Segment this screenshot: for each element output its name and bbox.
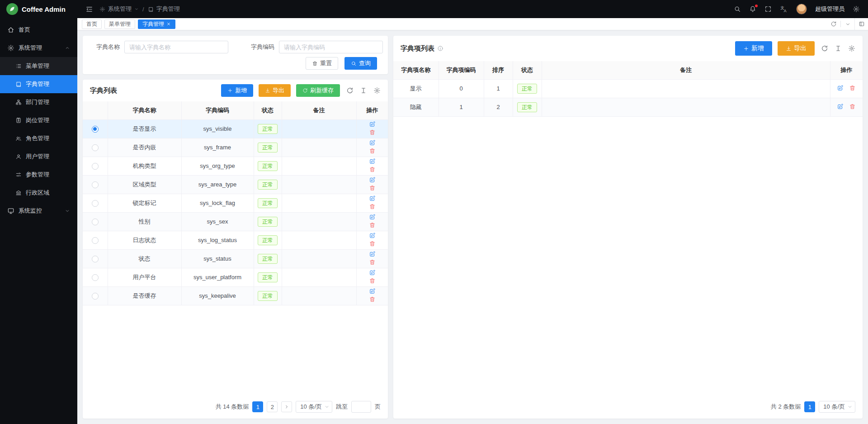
delete-icon[interactable] xyxy=(369,259,376,266)
table-row[interactable]: 用户平台 sys_user_platform 正常 xyxy=(83,268,388,286)
edit-icon[interactable] xyxy=(369,176,376,183)
settings-gear-icon[interactable] xyxy=(853,5,860,13)
table-row[interactable]: 锁定标记 sys_lock_flag 正常 xyxy=(83,194,388,212)
page-button-1[interactable]: 1 xyxy=(252,401,263,412)
delete-icon[interactable] xyxy=(849,103,856,110)
row-radio[interactable] xyxy=(92,274,99,281)
table-row[interactable]: 性别 sys_sex 正常 xyxy=(83,212,388,231)
dict-items-header: 字典项列表 新增 导出 xyxy=(393,36,863,61)
sidebar-item-monitor[interactable]: 系统监控 xyxy=(0,202,77,220)
dict-code-input[interactable] xyxy=(279,41,383,53)
row-radio[interactable] xyxy=(92,256,99,262)
row-radio[interactable] xyxy=(92,126,99,133)
reload-table-icon[interactable] xyxy=(346,87,354,94)
row-radio[interactable] xyxy=(92,163,99,170)
density-icon[interactable] xyxy=(835,45,842,52)
sidebar-item-param[interactable]: 参数管理 xyxy=(0,166,77,184)
sidebar-item-system[interactable]: 系统管理 xyxy=(0,39,77,57)
delete-icon[interactable] xyxy=(369,185,376,191)
refresh-cache-button[interactable]: 刷新缓存 xyxy=(296,84,340,97)
add-dict-item-button[interactable]: 新增 xyxy=(735,41,772,56)
delete-icon[interactable] xyxy=(849,85,856,91)
edit-icon[interactable] xyxy=(837,85,844,91)
row-radio[interactable] xyxy=(92,219,99,225)
tab-actions-chevron-icon[interactable] xyxy=(841,18,854,30)
sidebar-item-menu[interactable]: 菜单管理 xyxy=(0,57,77,75)
delete-icon[interactable] xyxy=(369,277,376,284)
avatar[interactable] xyxy=(796,4,807,14)
tab-menu-mgmt[interactable]: 菜单管理 xyxy=(104,19,135,29)
bell-icon[interactable] xyxy=(749,5,756,13)
delete-icon[interactable] xyxy=(369,148,376,154)
sidebar-item-dict[interactable]: 字典管理 xyxy=(0,75,77,93)
table-row[interactable]: 显示 0 1 正常 xyxy=(393,79,863,98)
translate-icon[interactable] xyxy=(780,5,788,13)
delete-icon[interactable] xyxy=(369,296,376,303)
sidebar-item-role[interactable]: 角色管理 xyxy=(0,129,77,148)
edit-icon[interactable] xyxy=(369,251,376,257)
table-settings-gear-icon[interactable] xyxy=(373,87,381,94)
add-dict-button[interactable]: 新增 xyxy=(221,84,253,97)
edit-icon[interactable] xyxy=(837,103,844,110)
edit-icon[interactable] xyxy=(369,139,376,146)
delete-icon[interactable] xyxy=(369,166,376,173)
export-dict-button[interactable]: 导出 xyxy=(259,84,291,97)
info-icon[interactable] xyxy=(437,45,443,52)
app-logo[interactable]: Coffee Admin xyxy=(0,0,77,18)
sidebar-item-label: 用户管理 xyxy=(26,152,49,161)
breadcrumb-section[interactable]: 系统管理 xyxy=(108,5,132,13)
table-row[interactable]: 机构类型 sys_org_type 正常 xyxy=(83,157,388,175)
page-button-2[interactable]: 2 xyxy=(267,401,278,412)
page-size-select[interactable]: 10 条/页 xyxy=(819,401,855,413)
row-radio[interactable] xyxy=(92,144,99,151)
page-size-select[interactable]: 10 条/页 xyxy=(296,401,332,413)
sidebar-item-user[interactable]: 用户管理 xyxy=(0,148,77,166)
next-page-button[interactable] xyxy=(281,401,292,412)
table-settings-gear-icon[interactable] xyxy=(848,45,855,52)
delete-icon[interactable] xyxy=(369,129,376,136)
export-dict-item-button[interactable]: 导出 xyxy=(778,41,815,56)
sidebar-item-region[interactable]: 行政区域 xyxy=(0,184,77,202)
reset-button[interactable]: 重置 xyxy=(306,57,338,70)
jump-page-input[interactable] xyxy=(351,401,371,413)
table-row[interactable]: 状态 sys_status 正常 xyxy=(83,249,388,268)
edit-icon[interactable] xyxy=(369,214,376,220)
table-row[interactable]: 隐藏 1 2 正常 xyxy=(393,98,863,116)
user-name[interactable]: 超级管理员 xyxy=(815,5,844,13)
row-radio[interactable] xyxy=(92,200,99,207)
close-icon[interactable] xyxy=(166,22,171,26)
sidebar-toggle-icon[interactable] xyxy=(85,5,93,13)
sidebar-item-dept[interactable]: 部门管理 xyxy=(0,93,77,111)
delete-icon[interactable] xyxy=(369,203,376,210)
edit-icon[interactable] xyxy=(369,195,376,202)
edit-icon[interactable] xyxy=(369,121,376,128)
reload-table-icon[interactable] xyxy=(821,45,828,52)
tab-dict-mgmt[interactable]: 字典管理 xyxy=(138,19,175,29)
dict-name-input[interactable] xyxy=(124,41,228,53)
delete-icon[interactable] xyxy=(369,222,376,229)
table-row[interactable]: 是否显示 sys_visible 正常 xyxy=(83,119,388,138)
sidebar-item-home[interactable]: 首页 xyxy=(0,21,77,39)
table-row[interactable]: 是否缓存 sys_keepalive 正常 xyxy=(83,286,388,305)
density-icon[interactable] xyxy=(360,87,367,94)
sidebar-item-post[interactable]: 岗位管理 xyxy=(0,111,77,129)
tab-home[interactable]: 首页 xyxy=(82,19,102,29)
edit-icon[interactable] xyxy=(369,269,376,276)
row-radio[interactable] xyxy=(92,181,99,188)
fullscreen-icon[interactable] xyxy=(764,5,772,13)
breadcrumb-page[interactable]: 字典管理 xyxy=(156,5,180,13)
edit-icon[interactable] xyxy=(369,232,376,239)
delete-icon[interactable] xyxy=(369,240,376,247)
row-radio[interactable] xyxy=(92,237,99,244)
edit-icon[interactable] xyxy=(369,158,376,165)
query-button[interactable]: 查询 xyxy=(344,57,377,70)
table-row[interactable]: 是否内嵌 sys_frame 正常 xyxy=(83,138,388,157)
page-button-1[interactable]: 1 xyxy=(804,401,815,412)
edit-icon[interactable] xyxy=(369,288,376,295)
layout-toggle-icon[interactable] xyxy=(854,18,868,30)
search-icon[interactable] xyxy=(734,5,741,13)
table-row[interactable]: 区域类型 sys_area_type 正常 xyxy=(83,175,388,194)
refresh-page-icon[interactable] xyxy=(827,18,840,30)
row-radio[interactable] xyxy=(92,293,99,300)
table-row[interactable]: 日志状态 sys_log_status 正常 xyxy=(83,231,388,249)
